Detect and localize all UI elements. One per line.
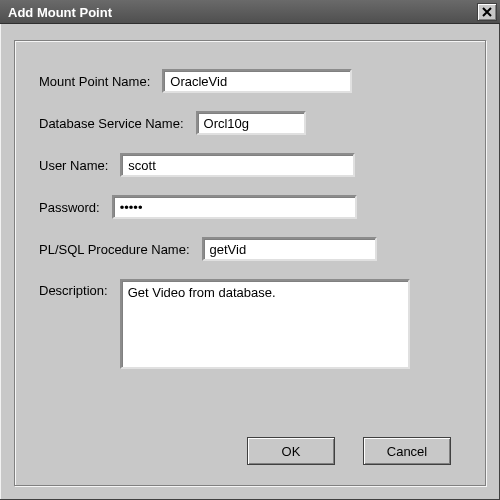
dialog-window: Add Mount Point Mount Point Name: Databa… [0, 0, 500, 500]
row-proc-name: PL/SQL Procedure Name: [39, 237, 461, 261]
close-icon [482, 7, 492, 17]
row-password: Password: [39, 195, 461, 219]
row-db-service: Database Service Name: [39, 111, 461, 135]
row-description: Description: [39, 279, 461, 369]
close-button[interactable] [477, 3, 497, 21]
client-area: Mount Point Name: Database Service Name:… [14, 40, 486, 486]
db-service-input[interactable] [196, 111, 306, 135]
label-proc-name: PL/SQL Procedure Name: [39, 242, 190, 257]
cancel-button[interactable]: Cancel [363, 437, 451, 465]
label-user-name: User Name: [39, 158, 108, 173]
label-password: Password: [39, 200, 100, 215]
label-mount-point: Mount Point Name: [39, 74, 150, 89]
title-bar: Add Mount Point [0, 0, 500, 24]
password-input[interactable] [112, 195, 357, 219]
user-name-input[interactable] [120, 153, 355, 177]
ok-button[interactable]: OK [247, 437, 335, 465]
proc-name-input[interactable] [202, 237, 377, 261]
row-mount-point: Mount Point Name: [39, 69, 461, 93]
description-input[interactable] [120, 279, 410, 369]
row-user-name: User Name: [39, 153, 461, 177]
window-title: Add Mount Point [8, 5, 112, 20]
button-bar: OK Cancel [15, 437, 485, 465]
label-db-service: Database Service Name: [39, 116, 184, 131]
label-description: Description: [39, 279, 108, 298]
mount-point-input[interactable] [162, 69, 352, 93]
